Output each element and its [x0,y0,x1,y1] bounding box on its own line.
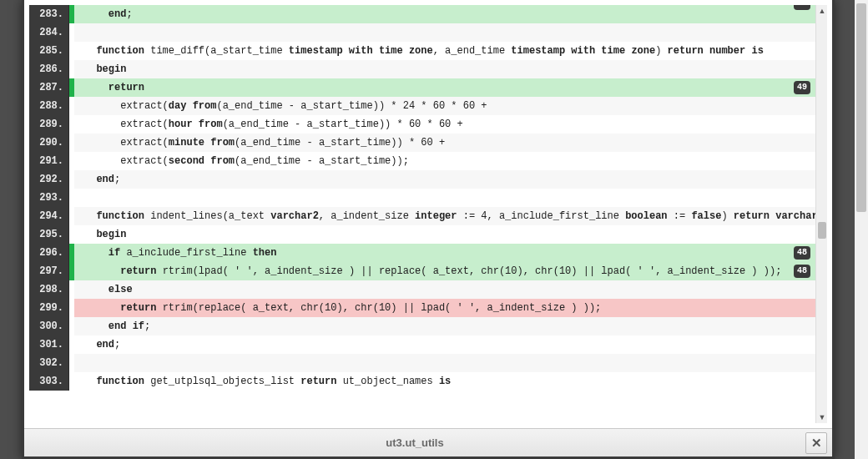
line-number: 285. [29,42,69,60]
line-number: 299. [29,299,69,317]
code-content: end if; [74,317,815,335]
code-row: 284. [29,23,815,42]
line-number: 302. [29,354,69,372]
code-row: 292. end; [29,170,815,189]
code-content [74,23,815,42]
code-viewer: 283. end; 284.285. function time_diff(a_… [29,5,827,423]
code-row: 299. return rtrim(replace( a_text, chr(1… [29,299,815,317]
code-row: 287. return49 [29,78,815,97]
code-row: 291. extract(second from(a_end_time - a_… [29,152,815,170]
line-number: 301. [29,335,69,354]
line-number: 288. [29,97,69,115]
hit-count-badge: 49 [794,81,810,94]
browser-scroll-thumb[interactable] [856,3,866,212]
hit-count-badge: 48 [794,246,810,260]
line-number: 290. [29,134,69,152]
code-row: 286. begin [29,60,815,78]
code-vertical-scrollbar[interactable]: ▲ ▼ [815,5,827,423]
code-content: end; [74,335,815,354]
line-number: 303. [29,372,69,391]
code-content: function indent_lines(a_text varchar2, a… [74,207,815,225]
code-content: extract(minute from(a_end_time - a_start… [74,134,815,152]
code-content: begin [74,60,815,78]
hit-count-badge: 48 [794,265,810,278]
code-content: end; [74,5,815,23]
code-content: return49 [74,78,815,97]
code-content: if a_include_first_line then48 [74,244,815,262]
line-number: 286. [29,60,69,78]
line-number: 294. [29,207,69,225]
line-number: 298. [29,280,69,299]
code-content: extract(second from(a_end_time - a_start… [74,152,815,170]
code-content [74,189,815,207]
code-content: function time_diff(a_start_time timestam… [74,42,815,60]
modal-title: ut3.ut_utils [24,436,805,449]
code-row: 303. function get_utplsql_objects_list r… [29,372,815,391]
code-row: 288. extract(day from(a_end_time - a_sta… [29,97,815,115]
line-number: 295. [29,225,69,244]
code-row: 301. end; [29,335,815,354]
browser-vertical-scrollbar[interactable] [855,0,868,459]
line-number: 287. [29,78,69,97]
close-icon: ✕ [811,436,822,450]
code-content: return rtrim(replace( a_text, chr(10), c… [74,299,815,317]
code-content: extract(day from(a_end_time - a_start_ti… [74,97,815,115]
code-row: 297. return rtrim(lpad( ' ', a_indent_si… [29,262,815,280]
line-number: 293. [29,189,69,207]
code-row: 283. end; [29,5,815,23]
code-row: 296. if a_include_first_line then48 [29,244,815,262]
scroll-up-arrow-icon[interactable]: ▲ [816,5,827,17]
code-row: 300. end if; [29,317,815,335]
modal-overlay: 283. end; 284.285. function time_diff(a_… [0,0,856,459]
code-row: 293. [29,189,815,207]
line-number: 284. [29,23,69,42]
line-number: 292. [29,170,69,189]
line-number: 291. [29,152,69,170]
code-content [74,354,815,372]
hit-count-badge [794,5,810,10]
code-rows[interactable]: 283. end; 284.285. function time_diff(a_… [29,5,815,423]
code-content: begin [74,225,815,244]
code-content: else [74,280,815,299]
line-number: 297. [29,262,69,280]
scroll-down-arrow-icon[interactable]: ▼ [816,411,827,423]
code-content: function get_utplsql_objects_list return… [74,372,815,391]
close-button[interactable]: ✕ [805,432,827,454]
code-content: extract(hour from(a_end_time - a_start_t… [74,115,815,134]
line-number: 283. [29,5,69,23]
code-row: 295. begin [29,225,815,244]
line-number: 289. [29,115,69,134]
code-row: 298. else [29,280,815,299]
code-row: 302. [29,354,815,372]
line-number: 300. [29,317,69,335]
scroll-thumb[interactable] [818,222,826,239]
line-number: 296. [29,244,69,262]
code-content: end; [74,170,815,189]
code-row: 290. extract(minute from(a_end_time - a_… [29,134,815,152]
code-row: 289. extract(hour from(a_end_time - a_st… [29,115,815,134]
code-row: 285. function time_diff(a_start_time tim… [29,42,815,60]
code-coverage-modal: 283. end; 284.285. function time_diff(a_… [22,0,835,459]
code-content: return rtrim(lpad( ' ', a_indent_size ) … [74,262,815,280]
modal-body: 283. end; 284.285. function time_diff(a_… [24,0,832,428]
code-row: 294. function indent_lines(a_text varcha… [29,207,815,225]
modal-footer: ut3.ut_utils ✕ [24,428,832,456]
